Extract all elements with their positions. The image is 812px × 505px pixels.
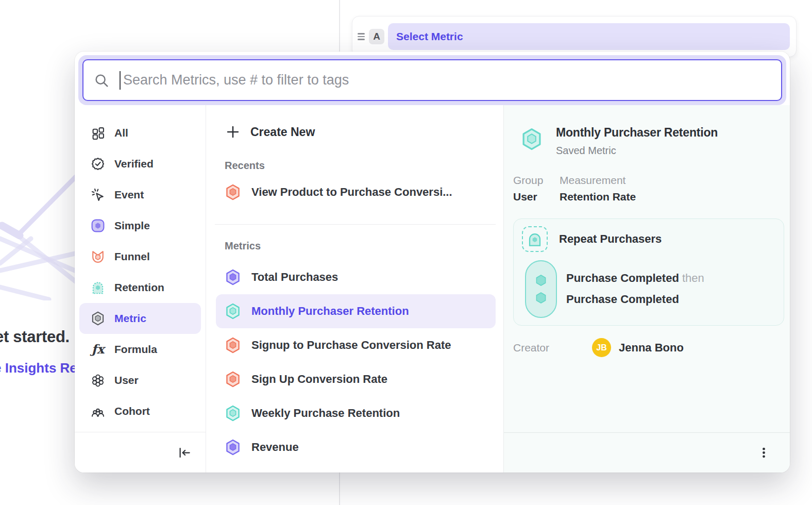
sidebar-item-label: User	[114, 374, 139, 386]
metric-hexagon-icon	[225, 405, 241, 422]
metric-hexagon-icon	[225, 269, 241, 285]
sidebar-item-event[interactable]: Event	[79, 179, 201, 210]
metric-picker-modal: All Verified	[75, 52, 790, 473]
saved-metric-card-header: Repeat Purchasers	[522, 226, 662, 252]
grid-icon	[91, 126, 105, 140]
sidebar-footer	[75, 432, 206, 473]
drag-handle-icon[interactable]	[358, 33, 365, 40]
page: et started. e Insights Re A Select Metri…	[0, 0, 812, 505]
metric-item-label: Revenue	[251, 441, 299, 454]
search-focus-ring	[78, 55, 786, 105]
detail-subtitle: Saved Metric	[556, 145, 718, 157]
metric-hexagon-icon	[91, 312, 105, 325]
metric-item-label: Signup to Purchase Conversion Rate	[251, 339, 451, 352]
text-cursor	[120, 71, 121, 90]
plus-icon	[226, 125, 240, 139]
metric-item-label: Monthly Purchaser Retention	[251, 305, 409, 318]
verified-badge-icon	[91, 157, 105, 171]
search-icon	[94, 73, 109, 88]
step-connector: then	[682, 272, 704, 284]
sidebar-item-label: Simple	[114, 220, 150, 232]
funnel-icon	[91, 250, 105, 263]
avatar: JB	[592, 338, 611, 357]
creator-label: Creator	[513, 342, 592, 354]
metric-list: Create New Recents View Product to Purch…	[206, 105, 503, 473]
sidebar-item-formula[interactable]: ƒx Formula	[79, 334, 201, 365]
sidebar-item-label: Cohort	[114, 405, 150, 417]
sidebar-item-funnel[interactable]: Funnel	[79, 241, 201, 272]
sidebar-item-label: Funnel	[114, 250, 150, 263]
step-2-label: Purchase Completed	[566, 289, 704, 310]
sidebar-item-label: Formula	[114, 343, 157, 356]
section-title-metrics: Metrics	[206, 240, 503, 252]
select-metric-button[interactable]: Select Metric	[388, 23, 790, 50]
background-heading: et started.	[0, 328, 70, 346]
detail-title: Monthly Purchaser Retention	[556, 126, 718, 140]
measurement-value: Retention Rate	[560, 191, 636, 203]
metric-list-item[interactable]: Sign Up Conversion Rate	[216, 362, 496, 396]
sidebar-item-label: Retention	[114, 281, 164, 294]
search-box	[82, 59, 782, 101]
section-title-recents: Recents	[206, 160, 503, 172]
metric-hexagon-icon	[225, 439, 241, 456]
retention-icon	[91, 281, 105, 294]
sidebar-item-simple[interactable]: Simple	[79, 210, 201, 241]
metric-list-item[interactable]: Signup to Purchase Conversion Rate	[216, 328, 496, 362]
background-insights-link[interactable]: e Insights Re	[0, 360, 77, 376]
saved-metric-card: Repeat Purchasers Purchase Completed the…	[513, 218, 784, 326]
metrics-rows: Total Purchases Monthly Purchaser Retent…	[206, 260, 503, 464]
step-hexagon-icon	[534, 274, 548, 287]
measurement-label: Measurement	[560, 174, 636, 187]
detail-header: Monthly Purchaser Retention Saved Metric	[521, 126, 718, 157]
select-metric-label: Select Metric	[396, 30, 463, 43]
metric-hexagon-icon	[225, 371, 241, 388]
metric-list-item-recent[interactable]: View Product to Purchase Conversi...	[216, 176, 496, 209]
detail-meta: Group User Measurement Retention Rate	[513, 174, 636, 203]
step-hexagon-icon	[534, 292, 548, 304]
sidebar-item-label: Event	[114, 189, 144, 201]
sidebar-item-user[interactable]: User	[79, 365, 201, 396]
group-value: User	[513, 191, 560, 203]
collapse-panel-icon[interactable]	[177, 446, 191, 460]
saved-metric-card-title: Repeat Purchasers	[559, 232, 662, 246]
metric-item-label: View Product to Purchase Conversi...	[251, 186, 452, 199]
creator-row: Creator JB Jenna Bono	[513, 338, 684, 357]
metric-select-bar: A Select Metric	[352, 16, 797, 57]
metric-list-item-selected[interactable]: Monthly Purchaser Retention	[216, 294, 496, 328]
cohort-icon	[91, 405, 105, 418]
metric-hexagon-icon	[225, 337, 241, 354]
user-cluster-icon	[91, 374, 105, 387]
sidebar-item-verified[interactable]: Verified	[79, 148, 201, 179]
sidebar-item-retention[interactable]: Retention	[79, 272, 201, 303]
modal-body: All Verified	[75, 105, 790, 473]
metric-hexagon-icon	[225, 184, 241, 200]
section-divider	[215, 224, 496, 225]
metric-detail-panel: Monthly Purchaser Retention Saved Metric…	[503, 105, 790, 473]
metric-list-item[interactable]: Total Purchases	[216, 260, 496, 294]
sidebar-item-label: Metric	[114, 312, 146, 325]
metric-item-label: Weekly Purchase Retention	[251, 407, 400, 420]
cursor-click-icon	[91, 188, 105, 201]
background-chart-decoration	[0, 173, 78, 300]
sidebar-item-metric[interactable]: Metric	[79, 303, 201, 334]
metric-list-item[interactable]: Revenue	[216, 430, 496, 464]
metric-item-label: Sign Up Conversion Rate	[251, 373, 387, 386]
kebab-menu-icon[interactable]	[757, 446, 770, 459]
metric-item-label: Total Purchases	[251, 271, 338, 284]
sidebar-item-cohort[interactable]: Cohort	[79, 396, 201, 427]
detail-footer	[504, 432, 790, 473]
metric-list-item[interactable]: Weekly Purchase Retention	[216, 396, 496, 430]
sidebar-item-label: Verified	[114, 158, 154, 170]
metric-hexagon-icon	[521, 128, 543, 150]
search-input[interactable]	[122, 72, 771, 89]
metric-label-badge: A	[369, 29, 384, 44]
group-label: Group	[513, 174, 560, 187]
metric-hexagon-icon	[225, 303, 241, 319]
funnel-steps-capsule	[525, 260, 557, 318]
creator-name: Jenna Bono	[619, 341, 684, 355]
funnel-steps: Purchase Completed then Purchase Complet…	[566, 267, 704, 310]
simple-metric-icon	[91, 219, 105, 232]
create-new-button[interactable]: Create New	[206, 120, 503, 144]
sidebar-item-all[interactable]: All	[79, 117, 201, 148]
create-new-label: Create New	[250, 125, 315, 139]
